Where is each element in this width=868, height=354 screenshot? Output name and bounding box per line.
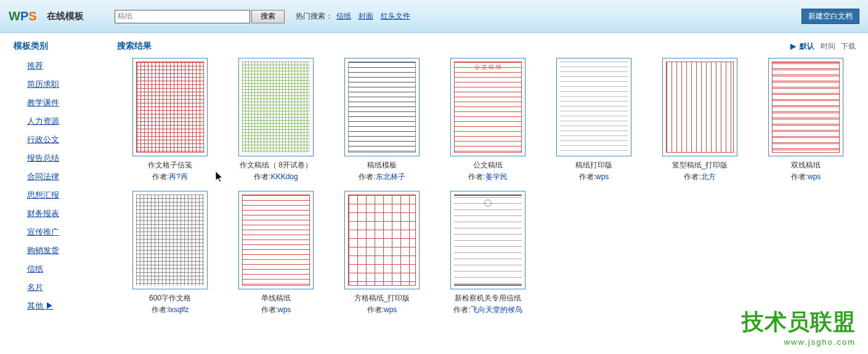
template-thumb[interactable] [450, 58, 525, 156]
template-card[interactable]: 双线稿纸作者:wps [753, 58, 859, 182]
author-link[interactable]: wps [278, 305, 291, 314]
sidebar-item-6[interactable]: 合同法律 [14, 171, 117, 182]
template-title: 新检察机关专用信纸 [435, 293, 541, 304]
wps-logo: WPS [9, 9, 37, 23]
template-title: 双线稿纸 [753, 160, 859, 171]
author-link[interactable]: 姜学民 [485, 172, 508, 181]
author-link[interactable]: lxsqlfz [168, 305, 189, 314]
watermark-big: 技术员联盟 [742, 307, 856, 324]
sidebar-item-3[interactable]: 人力资源 [14, 116, 117, 127]
sidebar-item-1[interactable]: 简历求职 [14, 79, 117, 90]
sidebar-item-2[interactable]: 教学课件 [14, 97, 117, 108]
template-author: 作者:wps [223, 305, 329, 315]
sidebar-title: 模板类别 [14, 41, 117, 52]
template-title: 作文格子信笺 [117, 160, 223, 171]
sidebar-item-4[interactable]: 行政公文 [14, 134, 117, 145]
result-title: 搜索结果 [117, 41, 152, 52]
template-thumb[interactable] [662, 58, 737, 156]
template-author: 作者:再?再 [117, 172, 223, 182]
template-card[interactable]: 600字作文格作者:lxsqlfz [117, 191, 223, 315]
template-card[interactable]: 竖型稿纸_打印版作者:北方 [647, 58, 753, 182]
sort-default[interactable]: 默认 [800, 42, 814, 50]
template-author: 作者:KKKdog [223, 172, 329, 182]
template-card[interactable]: 公文稿纸作者:姜学民 [435, 58, 541, 182]
template-author: 作者:北方 [647, 172, 753, 182]
template-thumb[interactable] [768, 58, 843, 156]
sidebar-item-12[interactable]: 名片 [14, 282, 117, 293]
author-link[interactable]: 飞向天堂的候鸟 [471, 305, 522, 314]
template-title: 稿纸打印版 [541, 160, 647, 171]
template-thumb[interactable] [450, 191, 525, 289]
template-thumb[interactable] [556, 58, 631, 156]
content: 搜索结果 ▶默认 时间 下载 作文格子信笺作者:再?再作文稿纸（ 8开试卷）作者… [117, 41, 868, 324]
sidebar-item-7[interactable]: 思想汇报 [14, 190, 117, 201]
author-link[interactable]: 东北林子 [376, 172, 405, 181]
sidebar-item-8[interactable]: 财务报表 [14, 208, 117, 219]
template-author: 作者:姜学民 [435, 172, 541, 182]
template-card[interactable]: 新检察机关专用信纸作者:飞向天堂的候鸟 [435, 191, 541, 315]
sidebar-item-9[interactable]: 宣传推广 [14, 227, 117, 238]
template-title: 单线稿纸 [223, 293, 329, 304]
hot-link-2[interactable]: 红头文件 [381, 12, 410, 20]
template-title: 稿纸模板 [329, 160, 435, 171]
hot-link-0[interactable]: 信纸 [336, 12, 351, 20]
author-link[interactable]: 再?再 [169, 172, 188, 181]
template-author: 作者:飞向天堂的候鸟 [435, 305, 541, 315]
template-thumb[interactable] [132, 58, 208, 156]
template-title: 竖型稿纸_打印版 [647, 160, 753, 171]
template-card[interactable]: 稿纸模板作者:东北林子 [329, 58, 435, 182]
template-card[interactable]: 稿纸打印版作者:wps [541, 58, 647, 182]
template-author: 作者:lxsqlfz [117, 305, 223, 315]
sidebar-item-10[interactable]: 购销发货 [14, 245, 117, 256]
brand-text: 在线模板 [47, 10, 84, 22]
template-author: 作者:wps [541, 172, 647, 182]
watermark: 技术员联盟 www.jsgho.com [742, 307, 856, 324]
template-author: 作者:wps [753, 172, 859, 182]
sort-prefix: ▶ [790, 42, 796, 50]
sort-download[interactable]: 下载 [841, 42, 856, 50]
hot-link-1[interactable]: 封面 [359, 12, 373, 20]
sort-bar: ▶默认 时间 下载 [787, 41, 856, 52]
header: WPS 在线模板 搜索 热门搜索： 信纸封面红头文件 新建空白文档 [0, 0, 868, 33]
template-thumb[interactable] [238, 58, 314, 156]
template-card[interactable]: 作文稿纸（ 8开试卷）作者:KKKdog [223, 58, 329, 182]
template-title: 600字作文格 [117, 293, 223, 304]
hot-search-label: 热门搜索： [296, 11, 333, 22]
template-card[interactable]: 方格稿纸_打印版作者:wps [329, 191, 435, 315]
sidebar: 模板类别 推荐简历求职教学课件人力资源行政公文报告总结合同法律思想汇报财务报表宣… [0, 41, 117, 324]
template-card[interactable]: 单线稿纸作者:wps [223, 191, 329, 315]
template-author: 作者:wps [329, 305, 435, 315]
sidebar-item-13[interactable]: 其他 ▶ [14, 300, 117, 312]
new-blank-button[interactable]: 新建空白文档 [801, 9, 859, 24]
template-card[interactable]: 作文格子信笺作者:再?再 [117, 58, 223, 182]
search-button[interactable]: 搜索 [251, 10, 285, 23]
template-author: 作者:东北林子 [329, 172, 435, 182]
author-link[interactable]: wps [596, 172, 609, 181]
template-thumb[interactable] [238, 191, 314, 289]
sort-time[interactable]: 时间 [821, 42, 835, 50]
template-thumb[interactable] [344, 191, 420, 289]
author-link[interactable]: 北方 [701, 172, 716, 181]
search-input[interactable] [115, 10, 250, 23]
sidebar-item-5[interactable]: 报告总结 [14, 153, 117, 164]
sidebar-item-11[interactable]: 信纸 [14, 263, 117, 275]
template-title: 方格稿纸_打印版 [329, 293, 435, 304]
template-thumb[interactable] [344, 58, 420, 156]
sidebar-item-0[interactable]: 推荐 [14, 60, 117, 71]
template-thumb[interactable] [132, 191, 208, 289]
template-title: 公文稿纸 [435, 160, 541, 171]
author-link[interactable]: wps [384, 305, 397, 314]
author-link[interactable]: wps [808, 172, 821, 181]
template-title: 作文稿纸（ 8开试卷） [223, 160, 329, 171]
author-link[interactable]: KKKdog [271, 172, 298, 181]
